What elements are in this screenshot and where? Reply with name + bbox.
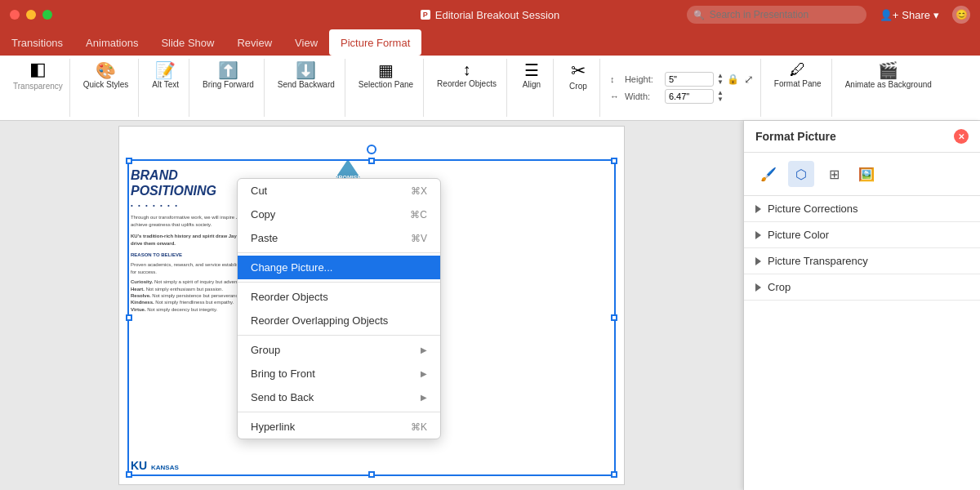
crop-label: Crop — [569, 82, 587, 91]
quick-styles-button[interactable]: 🎨 Quick Styles — [80, 59, 132, 91]
menu-item-transitions[interactable]: Transitions — [0, 29, 74, 56]
format-picture-panel: Format Picture ✕ 🖌️ ⬡ ⊞ 🖼️ Picture Corre… — [743, 121, 980, 490]
group-submenu-arrow: ▶ — [421, 345, 427, 354]
close-window-btn[interactable] — [10, 10, 20, 20]
ribbon: ◧ Transparency 🎨 Quick Styles 📝 Alt Text… — [0, 56, 980, 121]
maximize-window-btn[interactable] — [42, 10, 52, 20]
crop-button[interactable]: ✂ Crop — [564, 59, 593, 92]
context-menu-separator-3 — [238, 335, 440, 336]
reorder-label: Reorder Objects — [437, 79, 497, 88]
context-menu-paste[interactable]: Paste ⌘V — [238, 226, 440, 250]
context-menu-change-picture[interactable]: Change Picture... — [238, 256, 440, 279]
align-icon: ☰ — [524, 60, 539, 80]
menu-item-picture-format[interactable]: Picture Format — [329, 29, 421, 56]
window-controls — [10, 10, 52, 20]
minimize-window-btn[interactable] — [26, 10, 36, 20]
lock-ratio-icon[interactable]: 🔒 — [727, 74, 739, 85]
section-arrow-color — [755, 231, 761, 239]
title-bar-actions: 👤+ Share ▾ 😊 — [687, 6, 970, 24]
ribbon-group-crop: ✂ Crop — [557, 59, 600, 117]
transparency-label: Transparency — [13, 82, 63, 91]
transparency-button[interactable]: ◧ — [23, 59, 52, 80]
width-label: Width: — [625, 91, 662, 101]
menu-item-view[interactable]: View — [283, 29, 329, 56]
ribbon-group-format-pane: 🖊 Format Pane — [764, 59, 832, 117]
animate-icon: 🎬 — [878, 60, 898, 80]
ribbon-group-reorder: ↕ Reorder Objects — [427, 59, 507, 117]
width-input[interactable] — [665, 89, 714, 104]
crop-icon: ✂ — [571, 60, 586, 82]
format-panel-header: Format Picture ✕ — [744, 121, 980, 153]
format-tab-fill[interactable]: ⬡ — [788, 161, 814, 187]
share-chevron-icon: ▾ — [933, 9, 939, 21]
send-backward-label: Send Backward — [278, 80, 335, 89]
alt-text-label: Alt Text — [152, 80, 179, 89]
menu-item-animations[interactable]: Animations — [74, 29, 149, 56]
bring-forward-icon: ⬆️ — [218, 60, 238, 80]
height-label: Height: — [625, 74, 662, 84]
context-menu-hyperlink[interactable]: Hyperlink ⌘K — [238, 415, 440, 439]
animate-background-button[interactable]: 🎬 Animate as Background — [842, 59, 935, 91]
section-arrow-crop — [755, 283, 761, 292]
ribbon-group-transparency: ◧ Transparency — [7, 59, 70, 117]
animate-label: Animate as Background — [845, 80, 932, 89]
bring-forward-button[interactable]: ⬆️ Bring Forward — [199, 59, 257, 91]
align-button[interactable]: ☰ Align — [517, 59, 546, 91]
title-bar: P Editorial Breakout Session 👤+ Share ▾ … — [0, 0, 980, 29]
format-section-color[interactable]: Picture Color — [744, 222, 980, 248]
ribbon-group-bring-forward: ⬆️ Bring Forward — [193, 59, 265, 117]
selection-pane-label: Selection Pane — [359, 80, 413, 89]
height-spinners[interactable]: ▲▼ — [717, 73, 724, 86]
menu-item-slideshow[interactable]: Slide Show — [149, 29, 225, 56]
quick-styles-label: Quick Styles — [83, 80, 129, 89]
reorder-icon: ↕ — [463, 60, 471, 79]
reorder-objects-button[interactable]: ↕ Reorder Objects — [434, 59, 500, 90]
bring-forward-label: Bring Forward — [203, 80, 254, 89]
search-input[interactable] — [687, 6, 866, 24]
user-avatar[interactable]: 😊 — [952, 6, 970, 24]
height-row: ↕ Height: ▲▼ 🔒 ⤢ — [610, 72, 754, 87]
context-menu-reorder-objects[interactable]: Reorder Objects — [238, 285, 440, 309]
format-tab-layout[interactable]: ⊞ — [821, 161, 847, 187]
format-panel-close-btn[interactable]: ✕ — [954, 129, 969, 144]
context-menu-separator-2 — [238, 282, 440, 283]
menu-bar: Transitions Animations Slide Show Review… — [0, 29, 980, 56]
ribbon-group-selection-pane: ▦ Selection Pane — [349, 59, 424, 117]
ribbon-group-dimensions: ↕ Height: ▲▼ 🔒 ⤢ ↔ Width: ▲▼ — [604, 59, 761, 117]
context-menu-bring-to-front[interactable]: Bring to Front ▶ — [238, 362, 440, 385]
transparency-icon: ◧ — [29, 60, 47, 78]
send-backward-button[interactable]: ⬇️ Send Backward — [274, 59, 338, 91]
format-pane-icon: 🖊 — [790, 60, 806, 79]
context-menu: Cut ⌘X Copy ⌘C Paste ⌘V Change Picture..… — [237, 178, 441, 439]
format-section-crop[interactable]: Crop — [744, 274, 980, 301]
selection-pane-button[interactable]: ▦ Selection Pane — [355, 59, 416, 91]
ribbon-group-animate: 🎬 Animate as Background — [835, 59, 942, 117]
context-menu-reorder-overlapping[interactable]: Reorder Overlapping Objects — [238, 309, 440, 332]
search-wrapper — [687, 6, 866, 24]
format-tab-picture[interactable]: 🖼️ — [853, 161, 880, 187]
menu-item-review[interactable]: Review — [225, 29, 283, 56]
format-pane-button[interactable]: 🖊 Format Pane — [771, 59, 825, 90]
format-section-transparency[interactable]: Picture Transparency — [744, 248, 980, 274]
context-menu-send-to-back[interactable]: Send to Back ▶ — [238, 385, 440, 409]
alt-text-button[interactable]: 📝 Alt Text — [149, 59, 182, 91]
height-icon: ↕ — [610, 74, 621, 84]
format-tab-effects[interactable]: 🖌️ — [755, 161, 782, 187]
format-section-corrections[interactable]: Picture Corrections — [744, 196, 980, 222]
height-input[interactable] — [665, 72, 714, 87]
ku-logo: KU KANSAS — [131, 459, 179, 472]
send-backward-icon: ⬇️ — [296, 60, 316, 80]
context-menu-cut[interactable]: Cut ⌘X — [238, 179, 440, 203]
selection-pane-icon: ▦ — [378, 60, 394, 80]
width-spinners[interactable]: ▲▼ — [717, 90, 724, 103]
context-menu-separator-4 — [238, 412, 440, 412]
share-button[interactable]: 👤+ Share ▾ — [880, 9, 939, 21]
expand-icon[interactable]: ⤢ — [744, 73, 754, 86]
context-menu-copy[interactable]: Copy ⌘C — [238, 203, 440, 226]
alt-text-icon: 📝 — [155, 60, 176, 80]
format-pane-label: Format Pane — [774, 79, 822, 88]
context-menu-group[interactable]: Group ▶ — [238, 338, 440, 362]
send-to-back-submenu-arrow: ▶ — [421, 393, 427, 402]
section-arrow-corrections — [755, 205, 761, 213]
format-panel-tabs: 🖌️ ⬡ ⊞ 🖼️ — [744, 153, 980, 196]
